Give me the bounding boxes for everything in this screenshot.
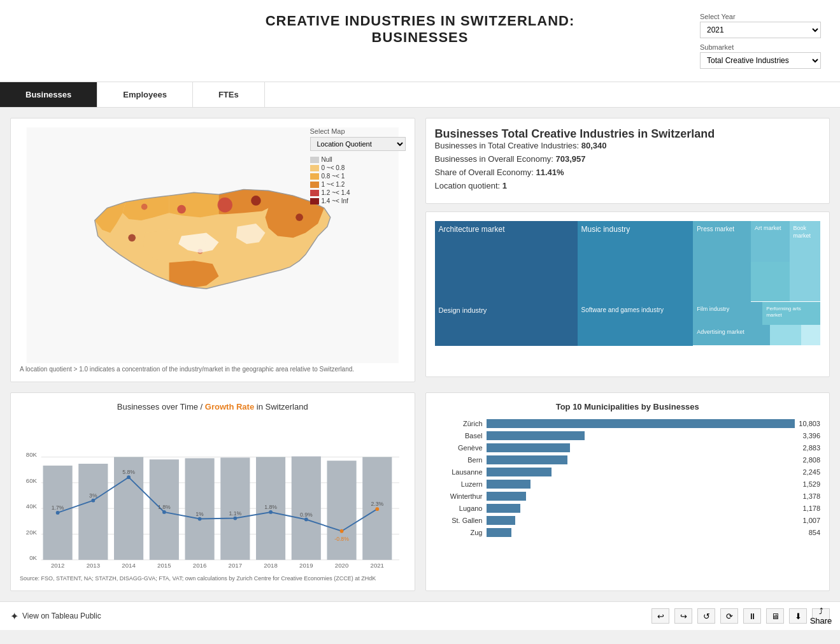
treemap-cell-music[interactable]: Music industry [578,221,694,302]
undo-button[interactable]: ↩ [651,608,669,624]
svg-text:60K: 60K [26,477,38,484]
svg-text:2012: 2012 [51,562,64,569]
muni-bar-row: Bern 2,808 [435,455,821,464]
treemap-cell-small1[interactable] [770,325,801,345]
svg-point-5 [128,234,136,241]
tableau-public-link[interactable]: ✦ View on Tableau Public [10,610,101,622]
download-button[interactable]: ⬇ [789,608,807,624]
muni-bar-row: Lausanne 2,245 [435,468,821,476]
muni-name: Bern [435,456,483,464]
muni-bar[interactable] [487,528,512,537]
svg-text:1.8%: 1.8% [158,504,171,510]
muni-bar[interactable] [487,455,568,464]
map-type-select[interactable]: Location Quotient [310,137,406,151]
chart-source: Source: FSO, STATENT, NA; STATZH, DISAGG… [20,575,406,582]
submarket-label: Submarket [700,43,827,51]
stat-line-4: Location quotient: 1 [435,181,821,190]
treemap-cell-right-mid2[interactable] [790,262,820,301]
pause-button[interactable]: ⏸ [743,608,761,624]
muni-value: 2,245 [802,468,820,476]
treemap-panel: Architecture market Music industry Press… [425,211,830,377]
svg-point-23 [198,517,202,521]
svg-point-19 [56,511,60,515]
bar-2013 [78,464,108,560]
treemap-cell-software[interactable]: Software and games industry [578,302,694,346]
muni-bar[interactable] [487,468,552,476]
muni-value: 1,529 [802,480,820,488]
svg-point-3 [177,205,186,214]
muni-bar[interactable] [487,504,521,513]
revert-button[interactable]: ↺ [697,608,715,624]
stat-label-2: Businesses in Overall Economy: [435,154,556,164]
time-chart-svg: 0K 20K 40K 60K 80K [20,419,406,572]
svg-text:2.3%: 2.3% [371,501,383,507]
submarket-select[interactable]: Total Creative Industries [700,52,821,69]
muni-name: Luzern [435,480,483,488]
muni-bar-row: Lugano 1,178 [435,504,821,513]
muni-bar[interactable] [487,480,531,489]
map-panel: Select Map Location Quotient Null 0 ~< 0… [10,118,415,382]
muni-value: 3,396 [802,432,820,440]
muni-name: Genève [435,444,483,452]
main-content: Select Map Location Quotient Null 0 ~< 0… [0,108,840,601]
svg-text:2018: 2018 [264,562,277,569]
treemap-cell-architecture[interactable]: Architecture market [435,221,578,302]
treemap-cell-press[interactable]: Press market [693,221,751,302]
treemap-cell-advertising[interactable]: Advertising market [693,325,770,345]
redo-button[interactable]: ↪ [674,608,692,624]
svg-point-1 [218,197,232,212]
muni-title: Top 10 Municipalities by Businesses [435,402,821,411]
svg-text:1.1%: 1.1% [229,510,241,517]
svg-point-7 [295,213,303,221]
svg-text:1%: 1% [196,511,204,517]
stat-label-1: Businesses in Total Creative Industries: [435,141,581,150]
muni-bar[interactable] [487,492,527,501]
tab-businesses[interactable]: Businesses [0,82,97,107]
muni-bar[interactable] [487,443,570,452]
muni-bar-wrap [487,528,805,537]
stats-title: Businesses Total Creative Industries in … [435,127,821,141]
muni-bar-wrap [487,504,799,513]
tab-employees[interactable]: Employees [97,82,193,107]
svg-text:-0.8%: -0.8% [334,536,349,542]
legend-12-14: 1.2 ~< 1.4 [322,189,350,196]
treemap-cell-film[interactable]: Film industry [693,302,762,326]
treemap-cell-right-mid1[interactable] [751,262,790,301]
tableau-icon: ✦ [10,610,18,622]
treemap-cell-small2[interactable] [801,325,820,345]
treemap-cell-book[interactable]: Book market [790,221,820,262]
treemap-cell-design[interactable]: Design industry [435,302,578,346]
muni-value: 10,803 [799,420,820,427]
year-select[interactable]: 2021 2020 2019 2018 [700,22,821,38]
share-button[interactable]: ⤴ Share [812,608,830,624]
main-title-line1: CREATIVE INDUSTRIES IN SWITZERLAND: [140,13,700,29]
muni-bar[interactable] [487,516,516,525]
bottom-bar: ✦ View on Tableau Public ↩ ↪ ↺ ⟳ ⏸ 🖥 ⬇ ⤴… [0,601,840,630]
muni-name: St. Gallen [435,517,483,524]
svg-text:20K: 20K [26,529,38,536]
svg-text:2015: 2015 [157,562,171,569]
legend-14-inf: 1.4 ~< Inf [322,197,348,204]
svg-text:40K: 40K [26,503,38,510]
muni-bar-wrap [487,468,799,476]
bar-2020 [327,461,356,560]
muni-bar[interactable] [487,431,585,440]
stat-line-2: Businesses in Overall Economy: 703,957 [435,154,821,164]
refresh-button[interactable]: ⟳ [720,608,738,624]
treemap-cell-performing[interactable]: Performing arts market [762,302,820,326]
right-column: Businesses Total Creative Industries in … [425,118,830,382]
svg-point-24 [233,517,237,520]
svg-text:2021: 2021 [371,562,384,569]
controls-area: Select Year 2021 2020 2019 2018 Submarke… [700,13,827,69]
monitor-button[interactable]: 🖥 [766,608,784,624]
svg-point-21 [127,475,131,479]
muni-value: 1,178 [802,504,820,512]
stat-value-4: 1 [502,181,507,190]
svg-text:1.7%: 1.7% [52,504,64,511]
svg-point-22 [162,510,166,514]
muni-bar[interactable] [487,419,795,428]
treemap-cell-art[interactable]: Art market [751,221,790,262]
muni-bar-row: Genève 2,883 [435,443,821,452]
nav-icons: ↩ ↪ ↺ ⟳ ⏸ 🖥 ⬇ ⤴ Share [651,608,830,624]
tab-ftes[interactable]: FTEs [193,82,265,107]
